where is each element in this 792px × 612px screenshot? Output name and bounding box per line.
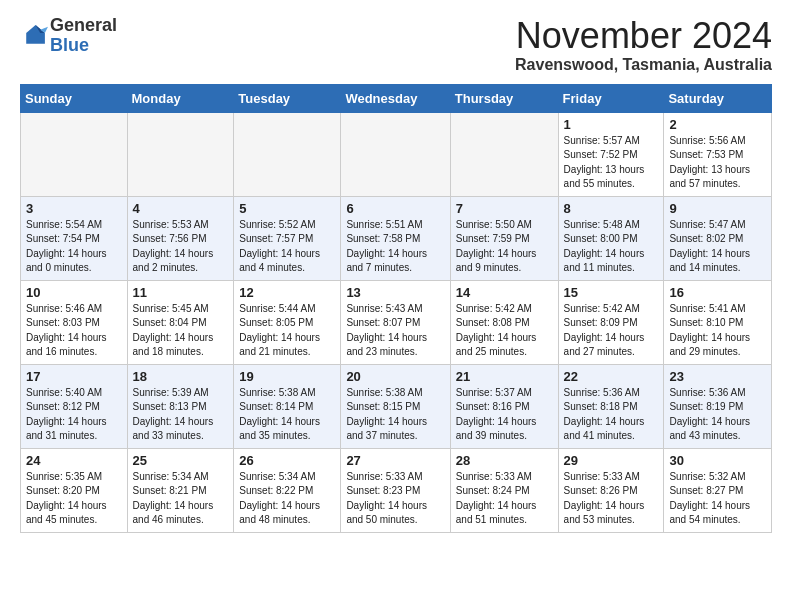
- weekday-header: Monday: [127, 84, 234, 112]
- day-info: Sunrise: 5:54 AM Sunset: 7:54 PM Dayligh…: [26, 218, 122, 276]
- calendar-cell: 4Sunrise: 5:53 AM Sunset: 7:56 PM Daylig…: [127, 196, 234, 280]
- location-title: Ravenswood, Tasmania, Australia: [515, 56, 772, 74]
- day-number: 25: [133, 453, 229, 468]
- day-info: Sunrise: 5:34 AM Sunset: 8:21 PM Dayligh…: [133, 470, 229, 528]
- day-number: 2: [669, 117, 766, 132]
- calendar-week-row: 24Sunrise: 5:35 AM Sunset: 8:20 PM Dayli…: [21, 448, 772, 532]
- calendar-cell: 22Sunrise: 5:36 AM Sunset: 8:18 PM Dayli…: [558, 364, 664, 448]
- calendar-cell: [21, 112, 128, 196]
- svg-marker-0: [26, 25, 45, 44]
- calendar-cell: 23Sunrise: 5:36 AM Sunset: 8:19 PM Dayli…: [664, 364, 772, 448]
- weekday-header: Thursday: [450, 84, 558, 112]
- day-number: 4: [133, 201, 229, 216]
- calendar-cell: 13Sunrise: 5:43 AM Sunset: 8:07 PM Dayli…: [341, 280, 450, 364]
- day-number: 20: [346, 369, 444, 384]
- logo-icon: [20, 22, 48, 50]
- calendar-cell: 20Sunrise: 5:38 AM Sunset: 8:15 PM Dayli…: [341, 364, 450, 448]
- weekday-header: Sunday: [21, 84, 128, 112]
- day-info: Sunrise: 5:56 AM Sunset: 7:53 PM Dayligh…: [669, 134, 766, 192]
- day-number: 19: [239, 369, 335, 384]
- day-info: Sunrise: 5:43 AM Sunset: 8:07 PM Dayligh…: [346, 302, 444, 360]
- day-number: 16: [669, 285, 766, 300]
- day-number: 1: [564, 117, 659, 132]
- day-number: 3: [26, 201, 122, 216]
- logo: General Blue: [20, 16, 117, 56]
- calendar-cell: 28Sunrise: 5:33 AM Sunset: 8:24 PM Dayli…: [450, 448, 558, 532]
- calendar-cell: 26Sunrise: 5:34 AM Sunset: 8:22 PM Dayli…: [234, 448, 341, 532]
- day-info: Sunrise: 5:42 AM Sunset: 8:08 PM Dayligh…: [456, 302, 553, 360]
- day-info: Sunrise: 5:38 AM Sunset: 8:14 PM Dayligh…: [239, 386, 335, 444]
- calendar-cell: 16Sunrise: 5:41 AM Sunset: 8:10 PM Dayli…: [664, 280, 772, 364]
- day-number: 18: [133, 369, 229, 384]
- calendar-week-row: 17Sunrise: 5:40 AM Sunset: 8:12 PM Dayli…: [21, 364, 772, 448]
- day-info: Sunrise: 5:34 AM Sunset: 8:22 PM Dayligh…: [239, 470, 335, 528]
- calendar-cell: 11Sunrise: 5:45 AM Sunset: 8:04 PM Dayli…: [127, 280, 234, 364]
- day-info: Sunrise: 5:50 AM Sunset: 7:59 PM Dayligh…: [456, 218, 553, 276]
- calendar-cell: 14Sunrise: 5:42 AM Sunset: 8:08 PM Dayli…: [450, 280, 558, 364]
- day-info: Sunrise: 5:47 AM Sunset: 8:02 PM Dayligh…: [669, 218, 766, 276]
- day-number: 15: [564, 285, 659, 300]
- calendar-cell: 25Sunrise: 5:34 AM Sunset: 8:21 PM Dayli…: [127, 448, 234, 532]
- calendar-cell: 6Sunrise: 5:51 AM Sunset: 7:58 PM Daylig…: [341, 196, 450, 280]
- calendar-week-row: 3Sunrise: 5:54 AM Sunset: 7:54 PM Daylig…: [21, 196, 772, 280]
- weekday-header: Friday: [558, 84, 664, 112]
- day-number: 5: [239, 201, 335, 216]
- calendar-cell: 2Sunrise: 5:56 AM Sunset: 7:53 PM Daylig…: [664, 112, 772, 196]
- day-number: 29: [564, 453, 659, 468]
- page: General Blue November 2024 Ravenswood, T…: [0, 0, 792, 549]
- day-info: Sunrise: 5:39 AM Sunset: 8:13 PM Dayligh…: [133, 386, 229, 444]
- day-number: 26: [239, 453, 335, 468]
- day-info: Sunrise: 5:52 AM Sunset: 7:57 PM Dayligh…: [239, 218, 335, 276]
- day-number: 23: [669, 369, 766, 384]
- day-number: 17: [26, 369, 122, 384]
- day-info: Sunrise: 5:37 AM Sunset: 8:16 PM Dayligh…: [456, 386, 553, 444]
- day-number: 14: [456, 285, 553, 300]
- day-info: Sunrise: 5:45 AM Sunset: 8:04 PM Dayligh…: [133, 302, 229, 360]
- logo-blue-text: Blue: [50, 35, 89, 55]
- calendar-header-row: SundayMondayTuesdayWednesdayThursdayFrid…: [21, 84, 772, 112]
- calendar-cell: [127, 112, 234, 196]
- day-info: Sunrise: 5:33 AM Sunset: 8:24 PM Dayligh…: [456, 470, 553, 528]
- month-title: November 2024: [515, 16, 772, 56]
- calendar-cell: 9Sunrise: 5:47 AM Sunset: 8:02 PM Daylig…: [664, 196, 772, 280]
- day-number: 27: [346, 453, 444, 468]
- day-number: 11: [133, 285, 229, 300]
- day-info: Sunrise: 5:51 AM Sunset: 7:58 PM Dayligh…: [346, 218, 444, 276]
- calendar: SundayMondayTuesdayWednesdayThursdayFrid…: [20, 84, 772, 533]
- calendar-cell: 17Sunrise: 5:40 AM Sunset: 8:12 PM Dayli…: [21, 364, 128, 448]
- day-info: Sunrise: 5:42 AM Sunset: 8:09 PM Dayligh…: [564, 302, 659, 360]
- calendar-cell: 24Sunrise: 5:35 AM Sunset: 8:20 PM Dayli…: [21, 448, 128, 532]
- day-number: 9: [669, 201, 766, 216]
- calendar-cell: 15Sunrise: 5:42 AM Sunset: 8:09 PM Dayli…: [558, 280, 664, 364]
- day-info: Sunrise: 5:38 AM Sunset: 8:15 PM Dayligh…: [346, 386, 444, 444]
- day-info: Sunrise: 5:40 AM Sunset: 8:12 PM Dayligh…: [26, 386, 122, 444]
- day-info: Sunrise: 5:35 AM Sunset: 8:20 PM Dayligh…: [26, 470, 122, 528]
- day-info: Sunrise: 5:57 AM Sunset: 7:52 PM Dayligh…: [564, 134, 659, 192]
- calendar-cell: 8Sunrise: 5:48 AM Sunset: 8:00 PM Daylig…: [558, 196, 664, 280]
- day-info: Sunrise: 5:53 AM Sunset: 7:56 PM Dayligh…: [133, 218, 229, 276]
- day-number: 6: [346, 201, 444, 216]
- day-info: Sunrise: 5:32 AM Sunset: 8:27 PM Dayligh…: [669, 470, 766, 528]
- calendar-cell: 3Sunrise: 5:54 AM Sunset: 7:54 PM Daylig…: [21, 196, 128, 280]
- day-info: Sunrise: 5:44 AM Sunset: 8:05 PM Dayligh…: [239, 302, 335, 360]
- day-info: Sunrise: 5:33 AM Sunset: 8:23 PM Dayligh…: [346, 470, 444, 528]
- calendar-cell: 10Sunrise: 5:46 AM Sunset: 8:03 PM Dayli…: [21, 280, 128, 364]
- day-info: Sunrise: 5:33 AM Sunset: 8:26 PM Dayligh…: [564, 470, 659, 528]
- day-number: 28: [456, 453, 553, 468]
- day-number: 12: [239, 285, 335, 300]
- weekday-header: Wednesday: [341, 84, 450, 112]
- day-number: 22: [564, 369, 659, 384]
- calendar-cell: 21Sunrise: 5:37 AM Sunset: 8:16 PM Dayli…: [450, 364, 558, 448]
- calendar-cell: 27Sunrise: 5:33 AM Sunset: 8:23 PM Dayli…: [341, 448, 450, 532]
- day-info: Sunrise: 5:41 AM Sunset: 8:10 PM Dayligh…: [669, 302, 766, 360]
- day-number: 21: [456, 369, 553, 384]
- day-number: 13: [346, 285, 444, 300]
- calendar-cell: 30Sunrise: 5:32 AM Sunset: 8:27 PM Dayli…: [664, 448, 772, 532]
- calendar-cell: 5Sunrise: 5:52 AM Sunset: 7:57 PM Daylig…: [234, 196, 341, 280]
- calendar-cell: [234, 112, 341, 196]
- calendar-cell: 7Sunrise: 5:50 AM Sunset: 7:59 PM Daylig…: [450, 196, 558, 280]
- weekday-header: Saturday: [664, 84, 772, 112]
- day-number: 7: [456, 201, 553, 216]
- weekday-header: Tuesday: [234, 84, 341, 112]
- day-info: Sunrise: 5:46 AM Sunset: 8:03 PM Dayligh…: [26, 302, 122, 360]
